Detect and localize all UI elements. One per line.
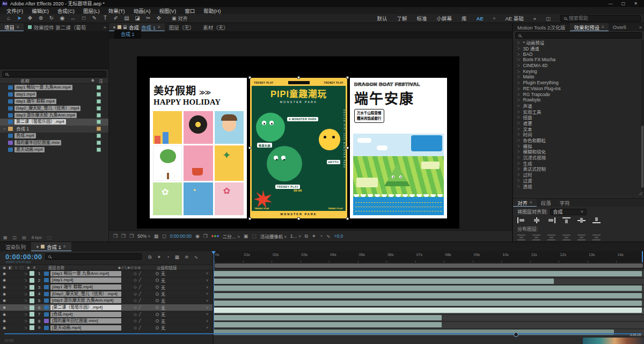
expand-caret-icon[interactable]: ＞ [517,166,521,171]
layer-row[interactable]: ◉ ＞ 2 [day1.mp4] ◇╱ 无 ˅ [0,277,213,284]
hide-shy-layers-icon[interactable]: ◔ [166,254,169,260]
expand-caret-icon[interactable]: ＞ [24,277,28,283]
resolution-select[interactable]: 二分… ˅ [223,233,240,239]
parent-link-cell[interactable]: 无 ˅ [156,318,213,324]
project-item[interactable]: ＞ 夏天动画.mp4 [0,146,108,153]
effect-category[interactable]: ＞ RG Trapcode [513,91,644,97]
layer-switches[interactable]: ◇╱ [123,326,154,330]
label-color-swatch[interactable] [30,278,34,283]
layer-track[interactable] [214,308,644,314]
timeline-zoom-scrollbar[interactable] [4,333,642,334]
layer-duration-bar[interactable] [214,322,442,327]
selection-handle[interactable] [248,217,251,220]
selection-tool-icon[interactable]: ➤ [14,14,25,23]
pan-behind-tool-icon[interactable]: ↔ [68,14,78,23]
workspace-button[interactable]: 标准 [416,14,427,22]
align-left-button[interactable] [517,217,525,223]
show-channel-icon[interactable] [211,235,219,237]
comp-end-marker[interactable] [642,251,643,262]
label-column-icon[interactable]: ◈ [91,78,94,84]
expand-caret-icon[interactable]: ＞ [517,57,521,62]
expand-caret-icon[interactable]: ＞ [24,325,28,331]
tab-effect-controls[interactable]: 效果控件 第二课（葡萄 [24,23,91,31]
align-top-button[interactable] [562,217,570,223]
expand-caret-icon[interactable]: ＞ [517,184,521,189]
menu-item[interactable]: 动画(A) [129,7,155,14]
selection-handle[interactable] [248,147,251,149]
expand-caret-icon[interactable]: ＞ [517,172,521,177]
effect-category[interactable]: ＞ Plugin Everything [513,80,644,86]
label-color-swatch[interactable] [97,92,101,97]
expand-caret-icon[interactable]: ＞ [517,178,521,183]
effect-category[interactable]: ＞ BAO [513,51,644,57]
layer-row[interactable]: ◉ ＞ 8 [我的童年回忆图鉴.mov] ◇╱ 无 ˅ [0,318,213,325]
lock-icon[interactable] [123,27,127,29]
label-color-swatch[interactable] [97,106,101,111]
expand-caret-icon[interactable]: ＞ [517,52,521,57]
transparency-grid-icon[interactable]: ⬚ [252,233,257,239]
menu-item[interactable]: 图层(L) [79,7,104,14]
brush-tool-icon[interactable]: ✐ [111,14,121,23]
menu-item[interactable]: 合成(C) [53,7,79,14]
project-item[interactable]: ＞ 我的童年回忆图鉴.mov [0,139,108,146]
expand-caret-icon[interactable]: ＞ [517,126,521,131]
magnification-select[interactable]: 50% ˅ [137,233,150,239]
layer-switches[interactable]: ◇╱ [123,278,154,282]
pickwhip-icon[interactable] [156,272,159,275]
expand-caret-icon[interactable]: ＞ [517,149,521,154]
layer-row[interactable]: ◉ ＞ 4 [Day2_摩天轮_雪儿（优秀）.mp4] ◇╱ 无 ˅ [0,291,213,298]
video-column-icon[interactable]: ◉ [3,266,6,270]
workspace-button[interactable]: 小屏幕 [437,14,452,22]
parent-link-cell[interactable]: 无 ˅ [156,277,213,283]
parent-link-cell[interactable]: 无 ˅ [156,298,213,304]
viewer-timecode[interactable]: 0:00:00:00 [170,233,192,239]
visibility-eye-icon[interactable]: ◉ [3,319,8,323]
visibility-eye-icon[interactable]: ◉ [3,272,8,276]
playhead[interactable] [214,251,214,332]
layer-duration-bar[interactable] [214,315,442,320]
expand-caret-icon[interactable]: ＞ [24,318,28,324]
panel-menu-icon[interactable]: ≡ [63,244,66,249]
layer-track[interactable] [214,315,644,322]
distribute-left-button[interactable] [562,235,570,240]
distribute-top-button[interactable] [517,235,525,240]
type-tool-icon[interactable]: T [100,14,111,23]
align-horizontal-center-button[interactable] [532,217,540,223]
camera-view-select[interactable]: 活动摄像机 ˅ [260,233,287,239]
expand-caret-icon[interactable]: ＞ [517,155,521,160]
effect-category[interactable]: ＞ 过渡 [513,178,644,184]
pen-tool-icon[interactable]: ✎ [89,14,100,23]
poster-pipi[interactable]: TRENDY PLAY TRENDY PLAY PIPI童趣潮玩 MONSTER… [250,78,347,218]
pickwhip-icon[interactable] [156,299,159,302]
layer-switches[interactable]: ◇╱ [123,292,154,296]
grid-guides-icon[interactable]: ▦ [154,233,159,239]
menu-item[interactable]: 窗口 [180,7,199,14]
effect-category[interactable]: ＞ Rowbyte [513,97,644,103]
effect-category[interactable]: ＞ 透视 [513,183,644,189]
layer-switches[interactable]: ◇╱ [123,305,154,310]
project-list-header[interactable]: 名称 ◈ 注 [0,77,108,84]
work-area-bar[interactable] [214,262,644,269]
project-item[interactable]: ＞ day1 畅玩一夏 九鱼Ann.mp4 [0,84,108,91]
home-tool-icon[interactable]: ⌂ [3,14,14,23]
expand-caret-icon[interactable]: ＞ [517,109,521,114]
monitor-icon-c[interactable]: ❐ [129,233,134,239]
dropdown-caret-icon[interactable]: ˅ [206,279,208,282]
solo-column-icon[interactable]: ○ [15,266,17,270]
layer-duration-bar[interactable] [214,301,642,306]
expand-caret-icon[interactable]: ＞ [517,160,521,166]
visibility-eye-icon[interactable]: ◉ [3,305,8,310]
align-right-button[interactable] [547,217,555,223]
workspace-bar-icon[interactable]: ◫ [546,16,551,21]
expand-caret-icon[interactable]: ＞ [517,114,521,120]
layer-row[interactable]: ◉ ＞ 9 [夏天动画.mp4] ◇╱ 无 ˅ [0,325,213,332]
project-item[interactable]: ＞ 合成 1 [0,126,108,133]
mini-flowchart-icon[interactable]: ⧉ [148,254,151,260]
selection-handle[interactable] [248,76,251,79]
expand-caret-icon[interactable]: ＞ [517,97,521,103]
maximize-button[interactable]: ▢ [621,1,626,6]
orbit-camera-tool-icon[interactable]: ↻ [46,14,57,23]
label-color-swatch[interactable] [30,285,34,290]
workspace-overflow[interactable]: » [533,16,536,21]
effect-category[interactable]: ＞ 过时 [513,172,644,178]
